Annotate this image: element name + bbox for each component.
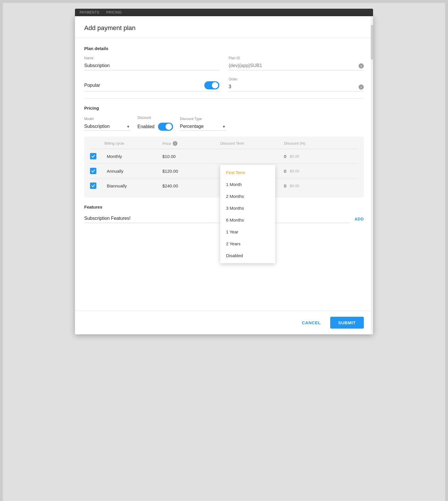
monthly-discount-col: 0 $0.00 [284, 154, 330, 159]
dialog-body: Plan details Name Plan ID i [75, 38, 373, 311]
plan-details-title: Plan details [84, 46, 364, 51]
pricing-title: Pricing [84, 106, 364, 110]
features-input[interactable] [84, 215, 350, 223]
popular-label: Popular [84, 83, 204, 88]
pricing-table-header: Billing cycle Price i Discount Term Disc… [90, 141, 358, 149]
biannually-discount-usd: $0.00 [290, 184, 299, 188]
header-billing-cycle: Billing cycle [104, 141, 162, 146]
biannually-discount-col: 0 $0.00 [284, 183, 330, 188]
annually-checkbox[interactable] [90, 168, 96, 174]
cancel-button[interactable]: CANCEL [297, 317, 326, 328]
discount-type-label: Discount Type [180, 117, 226, 121]
annually-name: Annually [104, 169, 162, 174]
dropdown-item-2years[interactable]: 2 Years [220, 238, 275, 250]
order-info-icon[interactable]: i [359, 84, 364, 90]
header-discount-pct: Discount (%) [284, 141, 330, 146]
discount-enabled-label: Enabled [137, 124, 155, 129]
dropdown-item-1year[interactable]: 1 Year [220, 226, 275, 238]
biannually-discount-pct: 0 [284, 183, 286, 188]
biannually-checkbox[interactable] [90, 183, 96, 189]
price-info-icon[interactable]: i [173, 141, 177, 146]
name-input[interactable] [84, 62, 219, 70]
discount-field-group: Discount Enabled [137, 116, 173, 131]
dropdown-item-disabled[interactable]: Disabled [220, 250, 275, 261]
add-feature-button[interactable]: ADD [355, 217, 364, 223]
model-select-wrapper: Subscription One-time ▼ [84, 123, 131, 131]
model-label: Model [84, 117, 131, 121]
discount-type-select[interactable]: Percentage Fixed [180, 123, 226, 130]
dropdown-item-6months[interactable]: 6 Months [220, 214, 275, 226]
popular-order-row: Popular Order i [84, 77, 364, 91]
discount-term-dropdown: First Term 1 Month 2 Months 3 Months 6 M… [220, 165, 275, 263]
divider-1 [84, 98, 364, 99]
scrollbar-thumb[interactable] [371, 25, 373, 60]
top-bar: PAYMENTS PRICING [75, 9, 373, 16]
order-label: Order [229, 77, 364, 81]
order-field-group: Order i [229, 77, 364, 91]
header-discount-term: Discount Term [220, 141, 284, 146]
planid-input[interactable] [229, 62, 359, 70]
dropdown-item-2months[interactable]: 2 Months [220, 190, 275, 202]
monthly-name: Monthly [104, 154, 162, 159]
discount-label: Discount [137, 116, 173, 120]
scrollbar-track[interactable] [371, 16, 373, 334]
planid-info-icon[interactable]: i [359, 63, 364, 69]
biannually-price: $240.00 [162, 183, 220, 188]
model-select[interactable]: Subscription One-time [84, 123, 131, 130]
pricing-section: Pricing Model Subscription One-time ▼ [84, 106, 364, 198]
pricing-controls: Model Subscription One-time ▼ Discount [84, 116, 364, 131]
monthly-checkbox[interactable] [90, 153, 96, 159]
add-payment-plan-dialog: Add payment plan Plan details Name Plan … [75, 16, 373, 334]
dialog-title: Add payment plan [84, 24, 364, 32]
discount-type-field-group: Discount Type Percentage Fixed ▼ [180, 117, 226, 131]
nav-payments[interactable]: PAYMENTS [80, 10, 99, 14]
nav-pricing[interactable]: PRICING [106, 10, 122, 14]
planid-input-wrapper: i [229, 62, 364, 70]
model-field-group: Model Subscription One-time ▼ [84, 117, 131, 131]
popular-toggle[interactable] [204, 81, 219, 89]
annually-discount-pct: 0 [284, 169, 286, 174]
header-price: Price i [162, 141, 220, 146]
annually-discount-col: 0 $0.00 [284, 169, 330, 174]
name-planid-row: Name Plan ID i [84, 56, 364, 70]
pricing-table: Billing cycle Price i Discount Term Disc… [84, 137, 364, 198]
dropdown-item-1month[interactable]: 1 Month [220, 178, 275, 190]
monthly-discount-pct: 0 [284, 154, 286, 159]
discount-toggle[interactable] [158, 123, 173, 131]
name-label: Name [84, 56, 219, 60]
planid-label: Plan ID [229, 56, 364, 60]
order-input[interactable] [229, 83, 359, 91]
annually-discount-usd: $0.00 [290, 169, 299, 173]
dropdown-item-3months[interactable]: 3 Months [220, 202, 275, 214]
submit-button[interactable]: SUBMIT [330, 317, 364, 329]
name-field-group: Name [84, 56, 219, 70]
discount-toggle-row: Enabled [137, 123, 173, 131]
monthly-discount-usd: $0.00 [290, 154, 299, 159]
dropdown-item-first-term[interactable]: First Term [220, 167, 275, 178]
planid-field-group: Plan ID i [229, 56, 364, 70]
dialog-footer: CANCEL SUBMIT [75, 311, 373, 334]
popular-field-group: Popular [84, 81, 219, 91]
header-check-col [90, 141, 104, 146]
biannually-name: Biannually [104, 183, 162, 188]
annually-price: $120.00 [162, 169, 220, 174]
discount-type-select-wrapper: Percentage Fixed ▼ [180, 123, 226, 131]
dialog-header: Add payment plan [75, 16, 373, 38]
order-input-wrapper: i [229, 83, 364, 91]
monthly-price: $10.00 [162, 154, 220, 159]
plan-details-section: Plan details Name Plan ID i [84, 46, 364, 91]
table-row-monthly: Monthly $10.00 First Term 1 Month 2 Mont… [90, 149, 358, 163]
